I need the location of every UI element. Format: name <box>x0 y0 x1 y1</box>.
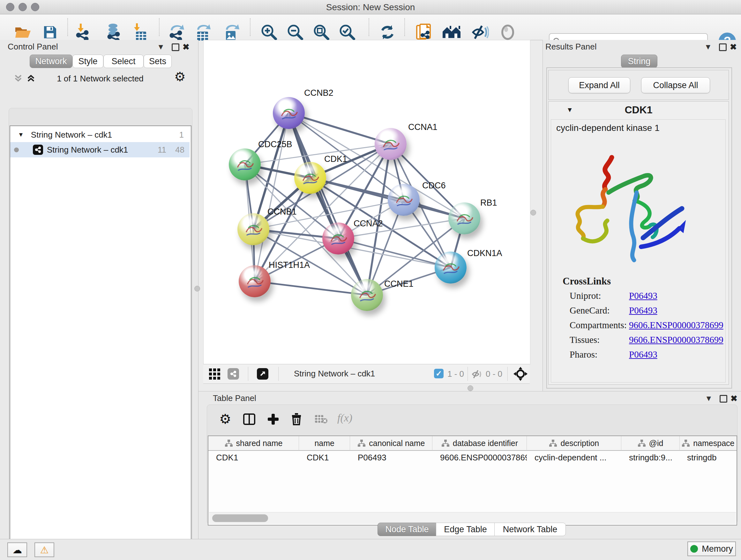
network-node-CDC6[interactable] <box>388 184 420 216</box>
apply-style-refresh-button[interactable] <box>379 24 396 41</box>
network-node-CCNA1[interactable] <box>375 128 407 160</box>
network-row-selected[interactable]: String Network – cdk1 11 48 <box>10 142 190 158</box>
table-panel-float-icon[interactable] <box>720 395 727 402</box>
network-share-icon[interactable] <box>227 368 239 380</box>
network-node-CDC25B[interactable] <box>229 148 261 180</box>
selected-checkbox-icon[interactable]: ✓ <box>434 369 444 378</box>
network-node-RB1[interactable] <box>448 202 480 234</box>
status-bar: ☁ ⚠ Memory <box>0 539 741 560</box>
bottom-splitter-handle[interactable] <box>468 385 473 391</box>
birdseye-grid-icon[interactable] <box>209 368 220 380</box>
collection-expand-icon[interactable]: ▼ <box>18 131 24 138</box>
tab-network[interactable]: Network <box>30 55 72 68</box>
results-panel-float-icon[interactable] <box>719 44 727 51</box>
network-label: String Network – cdk1 <box>47 145 128 155</box>
horizontal-scrollbar[interactable] <box>209 512 736 524</box>
toolbar-divider <box>468 367 468 381</box>
network-node-label: HIST1H1A <box>269 260 310 270</box>
left-splitter-handle[interactable] <box>194 286 200 292</box>
zoom-out-button[interactable] <box>286 23 304 41</box>
results-panel-collapse-icon[interactable]: ▼ <box>704 43 712 51</box>
clone-network-button[interactable] <box>415 23 432 42</box>
crosslink-pharos-link[interactable]: P06493 <box>629 349 657 360</box>
tab-style[interactable]: Style <box>72 55 104 68</box>
toolbar-separator <box>159 18 159 36</box>
column-header-namespace[interactable]: namespace <box>680 436 737 451</box>
network-node-label: CCNA2 <box>354 219 383 229</box>
network-node-label: CCNA1 <box>408 122 437 132</box>
window-title: Session: New Session <box>0 2 741 12</box>
column-header-description[interactable]: description <box>527 436 621 451</box>
first-neighbors-houses-button[interactable] <box>442 25 461 39</box>
expand-all-button[interactable]: Expand All <box>568 77 630 93</box>
network-node-CDK1[interactable] <box>294 162 326 194</box>
scrollbar-thumb[interactable] <box>212 514 268 522</box>
network-options-gear-icon[interactable]: ⚙ <box>174 69 186 84</box>
network-node-CCNB1[interactable] <box>238 213 269 245</box>
import-network-from-file-button[interactable] <box>75 23 91 41</box>
tab-network-table[interactable]: Network Table <box>494 523 566 536</box>
control-panel-float-icon[interactable] <box>172 44 179 51</box>
tab-select[interactable]: Select <box>104 55 144 68</box>
network-view-canvas[interactable]: CCNB2CCNA1CDC25BCDK1CDC6RB1CCNB1CCNA2CDK… <box>203 40 530 365</box>
network-view-toolbar: String Network – cdk1 ✓ 1 - 0 0 - 0 <box>203 364 530 384</box>
tab-edge-table[interactable]: Edge Table <box>436 523 495 536</box>
import-network-from-database-button[interactable] <box>105 23 122 41</box>
zoom-in-button[interactable] <box>260 23 278 41</box>
toolbar-divider <box>248 367 248 381</box>
save-session-button[interactable] <box>43 25 57 40</box>
show-columns-icon[interactable] <box>243 413 256 425</box>
network-node-CCNB2[interactable] <box>273 97 305 129</box>
delete-column-trash-icon[interactable] <box>291 413 302 425</box>
toolbar-divider <box>508 367 508 381</box>
control-panel-close-icon[interactable]: ✖ <box>183 42 190 52</box>
network-node-CCNE1[interactable] <box>351 279 383 311</box>
import-table-from-file-button[interactable] <box>132 23 147 41</box>
network-node-CDKN1A[interactable] <box>434 252 467 284</box>
zoom-selected-button[interactable] <box>339 23 356 41</box>
network-collection-row[interactable]: ▼ String Network – cdk1 1 <box>10 127 190 142</box>
zoom-fit-button[interactable] <box>313 23 330 41</box>
network-node-label: CDK1 <box>324 154 347 164</box>
column-header-database-identifier[interactable]: database identifier <box>432 436 527 451</box>
collapse-all-button[interactable]: Collapse All <box>641 77 710 93</box>
crosslink-tissues-link[interactable]: 9606.ENSP00000378699 <box>629 334 724 345</box>
crosslink-uniprot-link[interactable]: P06493 <box>629 291 657 301</box>
export-view-icon[interactable] <box>257 368 268 380</box>
warnings-button[interactable]: ⚠ <box>35 543 54 557</box>
right-splitter-handle[interactable] <box>530 210 536 215</box>
export-table-button[interactable] <box>195 23 211 41</box>
table-settings-gear-icon[interactable]: ⚙ <box>219 411 231 427</box>
delete-table-icon <box>314 415 328 424</box>
birdseye-crosshair-icon[interactable] <box>514 367 528 381</box>
column-header-canonical-name[interactable]: canonical name <box>350 436 432 451</box>
export-network-button[interactable] <box>168 23 185 41</box>
expand-collapse-box: Expand All Collapse All <box>548 70 729 100</box>
column-header-name[interactable]: name <box>299 436 350 451</box>
hide-selected-eye-slash-button[interactable] <box>471 24 489 40</box>
results-panel-close-icon[interactable]: ✖ <box>730 42 737 52</box>
hierarchy-icon <box>225 439 233 447</box>
memory-button[interactable]: Memory <box>687 542 736 556</box>
network-node-HIST1H1A[interactable] <box>239 265 271 297</box>
create-column-plus-icon[interactable] <box>267 413 279 425</box>
table-row[interactable]: CDK1 CDK1 P06493 9606.ENSP00000378699 cy… <box>208 451 737 464</box>
tab-string-results[interactable]: String <box>621 55 657 68</box>
table-panel-collapse-icon[interactable]: ▼ <box>705 394 713 403</box>
show-all-eye-button[interactable] <box>500 24 516 40</box>
network-node-CCNA2[interactable] <box>322 223 354 254</box>
export-image-button[interactable] <box>223 23 239 41</box>
table-panel-close-icon[interactable]: ✖ <box>731 394 738 403</box>
network-node-count: 11 <box>158 145 166 155</box>
column-header-shared-name[interactable]: shared name <box>208 436 299 451</box>
tab-sets[interactable]: Sets <box>144 55 172 68</box>
tab-node-table[interactable]: Node Table <box>378 523 436 536</box>
column-header-id[interactable]: @id <box>621 436 679 451</box>
crosslink-compartments-link[interactable]: 9606.ENSP00000378699 <box>629 320 724 330</box>
open-session-button[interactable] <box>14 25 31 40</box>
title-bar: Session: New Session <box>0 0 741 14</box>
crosslink-genecard-link[interactable]: P06493 <box>629 305 657 315</box>
control-panel-collapse-icon[interactable]: ▼ <box>157 43 165 51</box>
cloud-status-button[interactable]: ☁ <box>7 543 27 557</box>
warning-icon: ⚠ <box>40 544 49 556</box>
